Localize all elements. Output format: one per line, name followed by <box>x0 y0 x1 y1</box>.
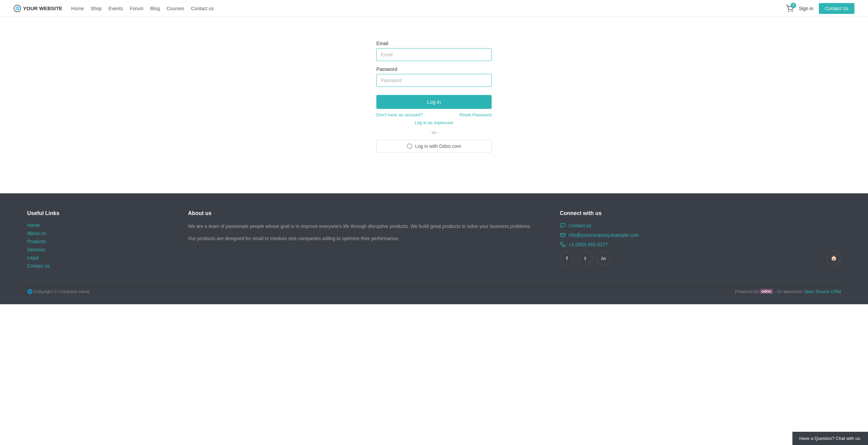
footer-bottom: 🌐 Copyright © Company name Powered by od… <box>27 282 841 294</box>
social-home[interactable]: 🏠 <box>827 251 841 265</box>
password-input[interactable] <box>376 74 492 87</box>
main-nav: Home Shop Events Forum Blog Courses Cont… <box>71 6 214 11</box>
footer-useful-links: Useful Links Home About us Products Serv… <box>27 210 168 271</box>
svg-point-0 <box>788 11 789 12</box>
nav-forum[interactable]: Forum <box>130 6 143 11</box>
reset-password-link[interactable]: Reset Password <box>459 112 492 117</box>
navbar-left: 🌐 YOUR WEBSITE Home Shop Events Forum Bl… <box>14 5 214 12</box>
odoo-login-label: Log in with Odoo.com <box>415 143 461 149</box>
connect-email-label: info@yourcompany.example.com <box>569 232 639 238</box>
footer-about: About us We are a team of passionate peo… <box>188 210 539 271</box>
footer: Useful Links Home About us Products Serv… <box>0 193 868 304</box>
copyright-icon: 🌐 <box>27 289 34 294</box>
email-input[interactable] <box>376 48 492 61</box>
footer-link-products[interactable]: Products <box>27 239 168 244</box>
or-divider: - or - <box>376 130 492 135</box>
email-icon <box>560 232 566 238</box>
odoo-circle-icon <box>407 143 412 149</box>
connect-heading: Connect with us <box>560 210 841 216</box>
password-group: Password <box>376 66 492 87</box>
copyright: 🌐 Copyright © Company name <box>27 289 90 294</box>
social-twitter[interactable]: t <box>578 251 592 265</box>
chat-icon <box>560 222 566 229</box>
connect-contact[interactable]: Contact us <box>560 222 841 229</box>
open-source-link[interactable]: Open Source CRM <box>804 289 841 294</box>
social-linkedin[interactable]: in <box>596 251 611 265</box>
social-facebook[interactable]: f <box>560 251 574 265</box>
login-button[interactable]: Log in <box>376 95 492 109</box>
nav-events[interactable]: Events <box>108 6 123 11</box>
about-text-1: We are a team of passionate people whose… <box>188 222 539 230</box>
no-account-link[interactable]: Don't have an account? <box>376 112 422 117</box>
navbar: 🌐 YOUR WEBSITE Home Shop Events Forum Bl… <box>0 0 868 17</box>
logo[interactable]: 🌐 YOUR WEBSITE <box>14 5 62 12</box>
login-form: Email Password Log in Don't have an acco… <box>376 41 492 153</box>
social-icons: f t in 🏠 <box>560 251 841 265</box>
superuser-anchor[interactable]: Log in as superuser <box>415 120 453 125</box>
useful-links-heading: Useful Links <box>27 210 168 216</box>
email-group: Email <box>376 41 492 61</box>
superuser-link: Log in as superuser <box>376 120 492 125</box>
footer-link-services[interactable]: Services <box>27 247 168 252</box>
svg-point-1 <box>792 11 792 12</box>
footer-link-home[interactable]: Home <box>27 222 168 228</box>
cart-icon[interactable]: 0 <box>786 5 793 12</box>
about-heading: About us <box>188 210 539 216</box>
password-label: Password <box>376 66 492 72</box>
logo-icon: 🌐 <box>14 5 21 12</box>
signin-link[interactable]: Sign in <box>799 6 813 11</box>
main-content: Email Password Log in Don't have an acco… <box>0 17 868 193</box>
footer-link-contact[interactable]: Contact us <box>27 263 168 269</box>
email-label: Email <box>376 41 492 46</box>
footer-link-about[interactable]: About us <box>27 231 168 236</box>
form-links: Don't have an account? Reset Password <box>376 112 492 117</box>
phone-icon <box>560 241 566 248</box>
nav-blog[interactable]: Blog <box>150 6 160 11</box>
copyright-text: Copyright © Company name <box>34 289 90 294</box>
awesome-label: - An awesome <box>774 289 802 294</box>
odoo-login-button[interactable]: Log in with Odoo.com <box>376 140 492 153</box>
contact-us-button[interactable]: Contact Us <box>819 3 854 14</box>
connect-contact-label: Contact us <box>569 223 591 228</box>
powered-by-label: Powered by <box>735 289 758 294</box>
footer-top: Useful Links Home About us Products Serv… <box>27 210 841 271</box>
footer-connect: Connect with us Contact us info@yourcomp… <box>560 210 841 271</box>
logo-text: YOUR WEBSITE <box>23 5 62 11</box>
nav-contact[interactable]: Contact us <box>191 6 214 11</box>
connect-phone[interactable]: +1 (650) 691-3277 <box>560 241 841 248</box>
odoo-logo: odoo <box>760 289 773 294</box>
about-text-2: Our products are designed for small to m… <box>188 235 539 242</box>
navbar-right: 0 Sign in Contact Us <box>786 3 854 14</box>
nav-shop[interactable]: Shop <box>91 6 102 11</box>
nav-courses[interactable]: Courses <box>166 6 184 11</box>
powered-by: Powered by odoo - An awesome Open Source… <box>735 289 841 294</box>
connect-email[interactable]: info@yourcompany.example.com <box>560 232 841 238</box>
cart-badge: 0 <box>791 3 796 8</box>
connect-phone-label: +1 (650) 691-3277 <box>569 242 608 247</box>
footer-link-legal[interactable]: Legal <box>27 255 168 260</box>
nav-home[interactable]: Home <box>71 6 84 11</box>
